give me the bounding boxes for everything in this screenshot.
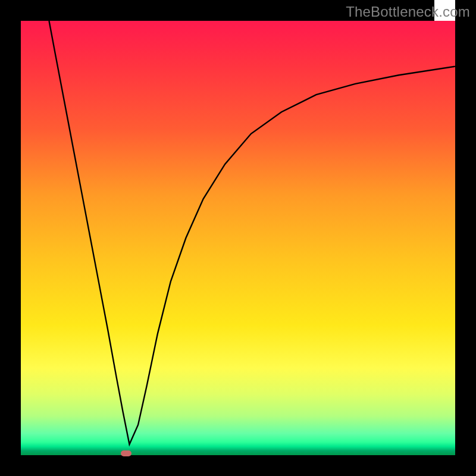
chart-curve: [21, 21, 455, 455]
chart-plot-area: [21, 21, 455, 455]
watermark-text: TheBottleneck.com: [346, 4, 470, 20]
chart-marker: [121, 450, 131, 456]
chart-frame: TheBottleneck.com: [0, 0, 476, 476]
